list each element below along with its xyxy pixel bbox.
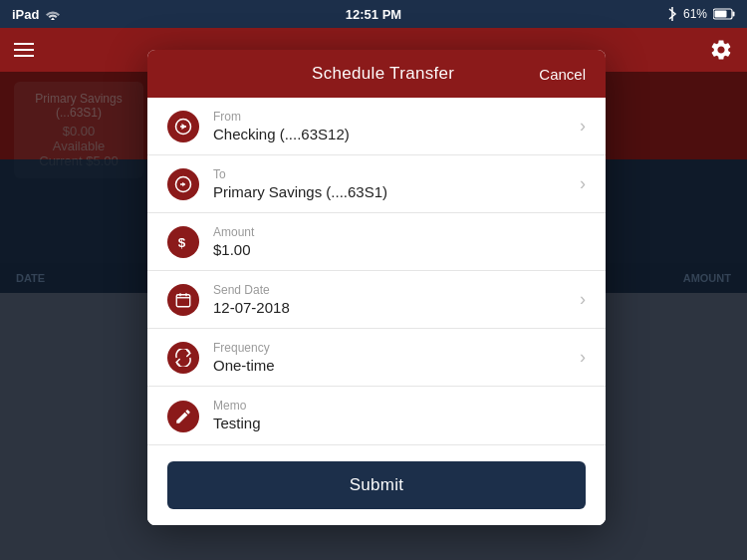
from-label: From <box>213 110 572 124</box>
send-date-row[interactable]: Send Date 12-07-2018 › <box>147 271 606 329</box>
bluetooth-icon <box>667 7 677 21</box>
amount-content: Amount $1.00 <box>213 225 586 258</box>
svg-rect-2 <box>733 12 735 17</box>
send-date-value: 12-07-2018 <box>213 299 572 316</box>
submit-button[interactable]: Submit <box>167 461 586 509</box>
modal-header: Schedule Transfer Cancel <box>147 50 606 98</box>
amount-value: $1.00 <box>213 241 586 258</box>
memo-label: Memo <box>213 399 586 413</box>
from-row[interactable]: From Checking (....63S12) › <box>147 98 606 155</box>
from-value: Checking (....63S12) <box>213 126 572 142</box>
amount-icon: $ <box>167 226 199 258</box>
status-bar: iPad 12:51 PM 61% <box>0 0 747 28</box>
frequency-content: Frequency One-time <box>213 341 572 374</box>
svg-rect-8 <box>176 294 190 306</box>
frequency-label: Frequency <box>213 341 572 355</box>
battery-label: 61% <box>683 7 707 21</box>
memo-icon <box>167 401 199 432</box>
to-row[interactable]: To Primary Savings (....63S1) › <box>147 155 606 213</box>
memo-content: Memo Testing <box>213 399 586 431</box>
svg-rect-3 <box>715 11 727 18</box>
to-value: Primary Savings (....63S1) <box>213 183 572 200</box>
to-chevron-icon: › <box>580 173 586 194</box>
status-left: iPad <box>12 7 61 22</box>
memo-value: Testing <box>213 415 586 431</box>
hamburger-line-3 <box>14 55 34 57</box>
gear-icon[interactable] <box>709 38 733 62</box>
send-date-content: Send Date 12-07-2018 <box>213 283 572 316</box>
frequency-value: One-time <box>213 357 572 374</box>
modal-title: Schedule Transfer <box>227 64 539 84</box>
send-date-label: Send Date <box>213 283 572 297</box>
submit-section: Submit <box>147 445 606 525</box>
frequency-icon <box>167 342 199 374</box>
frequency-chevron-icon: › <box>580 347 586 368</box>
to-label: To <box>213 167 572 181</box>
from-chevron-icon: › <box>580 116 586 137</box>
hamburger-line-1 <box>14 43 34 45</box>
memo-row[interactable]: Memo Testing <box>147 387 606 445</box>
repeat-icon <box>174 349 192 367</box>
send-date-chevron-icon: › <box>580 289 586 310</box>
wifi-icon <box>45 8 61 20</box>
to-content: To Primary Savings (....63S1) <box>213 167 572 200</box>
status-right: 61% <box>667 7 735 21</box>
hamburger-menu[interactable] <box>14 43 34 57</box>
pencil-icon <box>174 408 192 425</box>
calendar-icon <box>174 291 192 309</box>
to-icon <box>167 168 199 200</box>
cancel-button[interactable]: Cancel <box>539 66 586 83</box>
dollar-icon: $ <box>174 233 192 251</box>
carrier-label: iPad <box>12 7 39 22</box>
schedule-transfer-modal: Schedule Transfer Cancel From Checking (… <box>147 50 606 525</box>
to-arrow-icon <box>174 175 192 193</box>
from-icon <box>167 111 199 142</box>
status-time: 12:51 PM <box>346 7 401 22</box>
svg-text:$: $ <box>178 234 186 249</box>
send-date-icon <box>167 284 199 316</box>
battery-icon <box>713 8 735 20</box>
frequency-row[interactable]: Frequency One-time › <box>147 329 606 387</box>
amount-label: Amount <box>213 225 586 239</box>
from-arrow-icon <box>174 118 192 136</box>
from-content: From Checking (....63S12) <box>213 110 572 142</box>
form-body: From Checking (....63S12) › To Primary S… <box>147 98 606 525</box>
amount-row[interactable]: $ Amount $1.00 <box>147 213 606 271</box>
hamburger-line-2 <box>14 49 34 51</box>
